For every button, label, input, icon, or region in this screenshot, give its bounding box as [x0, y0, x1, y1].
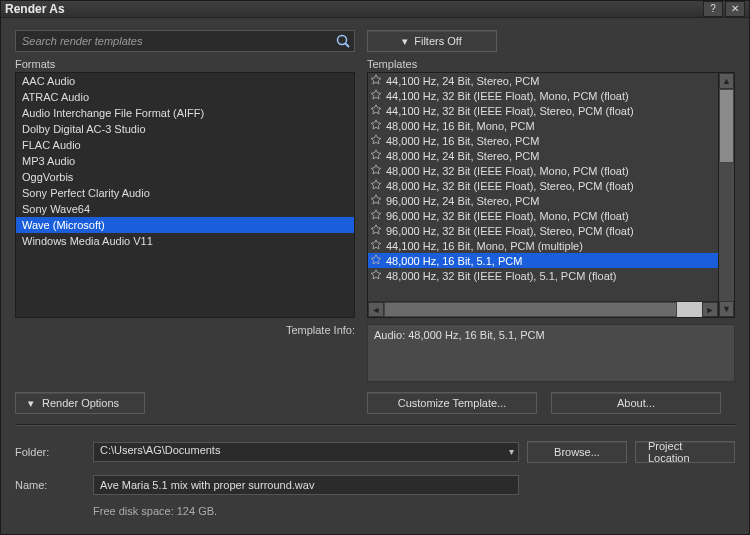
template-item-label: 96,000 Hz, 32 Bit (IEEE Float), Mono, PC…: [386, 210, 629, 222]
format-item[interactable]: FLAC Audio: [16, 137, 354, 153]
favorite-star-icon[interactable]: [370, 209, 382, 223]
render-as-dialog: Render As ? ✕ ▾ Filters Off Formats AAC …: [0, 0, 750, 535]
svg-point-0: [338, 36, 347, 45]
format-item[interactable]: Sony Perfect Clarity Audio: [16, 185, 354, 201]
name-input[interactable]: [93, 475, 519, 495]
template-item-label: 44,100 Hz, 24 Bit, Stereo, PCM: [386, 75, 539, 87]
folder-combo[interactable]: C:\Users\AG\Documents ▾: [93, 442, 519, 462]
chevron-down-icon: ▾: [509, 446, 514, 457]
favorite-star-icon[interactable]: [370, 179, 382, 193]
window-title: Render As: [5, 2, 65, 16]
project-location-button[interactable]: Project Location: [635, 441, 735, 463]
search-icon[interactable]: [335, 33, 351, 49]
favorite-star-icon[interactable]: [370, 239, 382, 253]
favorite-star-icon[interactable]: [370, 89, 382, 103]
svg-line-1: [346, 44, 350, 48]
formats-label: Formats: [15, 58, 355, 70]
template-item[interactable]: 48,000 Hz, 24 Bit, Stereo, PCM: [368, 148, 718, 163]
template-item-label: 48,000 Hz, 32 Bit (IEEE Float), Stereo, …: [386, 180, 634, 192]
favorite-star-icon[interactable]: [370, 134, 382, 148]
template-item-label: 44,100 Hz, 32 Bit (IEEE Float), Mono, PC…: [386, 90, 629, 102]
template-item-label: 48,000 Hz, 16 Bit, 5.1, PCM: [386, 255, 522, 267]
vertical-scrollbar[interactable]: ▲ ▼: [719, 72, 735, 318]
customize-template-button[interactable]: Customize Template...: [367, 392, 537, 414]
template-item-label: 96,000 Hz, 24 Bit, Stereo, PCM: [386, 195, 539, 207]
filters-label: Filters Off: [414, 35, 461, 47]
template-item-label: 44,100 Hz, 16 Bit, Mono, PCM (multiple): [386, 240, 583, 252]
template-item[interactable]: 48,000 Hz, 32 Bit (IEEE Float), Mono, PC…: [368, 163, 718, 178]
folder-label: Folder:: [15, 446, 85, 458]
help-button[interactable]: ?: [703, 1, 723, 17]
template-item[interactable]: 48,000 Hz, 16 Bit, 5.1, PCM: [368, 253, 718, 268]
favorite-star-icon[interactable]: [370, 269, 382, 283]
template-item[interactable]: 44,100 Hz, 32 Bit (IEEE Float), Stereo, …: [368, 103, 718, 118]
about-button[interactable]: About...: [551, 392, 721, 414]
chevron-down-icon: ▾: [28, 397, 34, 410]
template-item-label: 96,000 Hz, 32 Bit (IEEE Float), Stereo, …: [386, 225, 634, 237]
template-item-label: 48,000 Hz, 32 Bit (IEEE Float), 5.1, PCM…: [386, 270, 616, 282]
favorite-star-icon[interactable]: [370, 119, 382, 133]
format-item[interactable]: AAC Audio: [16, 73, 354, 89]
render-options-label: Render Options: [42, 397, 119, 409]
favorite-star-icon[interactable]: [370, 74, 382, 88]
scroll-down-icon[interactable]: ▼: [719, 301, 734, 317]
format-item[interactable]: OggVorbis: [16, 169, 354, 185]
template-item-label: 44,100 Hz, 32 Bit (IEEE Float), Stereo, …: [386, 105, 634, 117]
formats-list[interactable]: AAC AudioATRAC AudioAudio Interchange Fi…: [15, 72, 355, 318]
render-options-button[interactable]: ▾ Render Options: [15, 392, 145, 414]
template-item[interactable]: 48,000 Hz, 16 Bit, Mono, PCM: [368, 118, 718, 133]
format-item[interactable]: Sony Wave64: [16, 201, 354, 217]
format-item[interactable]: Dolby Digital AC-3 Studio: [16, 121, 354, 137]
chevron-down-icon: ▾: [402, 35, 408, 48]
name-label: Name:: [15, 479, 85, 491]
template-item-label: 48,000 Hz, 16 Bit, Mono, PCM: [386, 120, 535, 132]
template-item-label: 48,000 Hz, 24 Bit, Stereo, PCM: [386, 150, 539, 162]
templates-label: Templates: [367, 58, 735, 70]
template-item[interactable]: 44,100 Hz, 24 Bit, Stereo, PCM: [368, 73, 718, 88]
search-input[interactable]: [15, 30, 355, 52]
favorite-star-icon[interactable]: [370, 254, 382, 268]
divider: [15, 424, 735, 425]
format-item[interactable]: Windows Media Audio V11: [16, 233, 354, 249]
favorite-star-icon[interactable]: [370, 104, 382, 118]
template-item[interactable]: 96,000 Hz, 24 Bit, Stereo, PCM: [368, 193, 718, 208]
template-item-label: 48,000 Hz, 16 Bit, Stereo, PCM: [386, 135, 539, 147]
template-info-text: Audio: 48,000 Hz, 16 Bit, 5.1, PCM: [374, 329, 545, 341]
folder-value: C:\Users\AG\Documents: [100, 444, 220, 456]
template-info-label: Template Info:: [15, 324, 355, 382]
format-item[interactable]: Wave (Microsoft): [16, 217, 354, 233]
template-item-label: 48,000 Hz, 32 Bit (IEEE Float), Mono, PC…: [386, 165, 629, 177]
template-item[interactable]: 96,000 Hz, 32 Bit (IEEE Float), Mono, PC…: [368, 208, 718, 223]
template-item[interactable]: 44,100 Hz, 16 Bit, Mono, PCM (multiple): [368, 238, 718, 253]
format-item[interactable]: ATRAC Audio: [16, 89, 354, 105]
favorite-star-icon[interactable]: [370, 164, 382, 178]
favorite-star-icon[interactable]: [370, 149, 382, 163]
template-item[interactable]: 96,000 Hz, 32 Bit (IEEE Float), Stereo, …: [368, 223, 718, 238]
scroll-left-icon[interactable]: ◄: [368, 302, 384, 317]
templates-list[interactable]: 44,100 Hz, 24 Bit, Stereo, PCM44,100 Hz,…: [367, 72, 719, 318]
template-item[interactable]: 44,100 Hz, 32 Bit (IEEE Float), Mono, PC…: [368, 88, 718, 103]
template-info-box: Audio: 48,000 Hz, 16 Bit, 5.1, PCM: [367, 324, 735, 382]
scroll-right-icon[interactable]: ►: [702, 302, 718, 317]
favorite-star-icon[interactable]: [370, 194, 382, 208]
free-space-text: Free disk space: 124 GB.: [93, 505, 735, 517]
format-item[interactable]: Audio Interchange File Format (AIFF): [16, 105, 354, 121]
scroll-up-icon[interactable]: ▲: [719, 73, 734, 89]
template-item[interactable]: 48,000 Hz, 16 Bit, Stereo, PCM: [368, 133, 718, 148]
template-item[interactable]: 48,000 Hz, 32 Bit (IEEE Float), Stereo, …: [368, 178, 718, 193]
browse-button[interactable]: Browse...: [527, 441, 627, 463]
close-button[interactable]: ✕: [725, 1, 745, 17]
template-item[interactable]: 48,000 Hz, 32 Bit (IEEE Float), 5.1, PCM…: [368, 268, 718, 283]
format-item[interactable]: MP3 Audio: [16, 153, 354, 169]
favorite-star-icon[interactable]: [370, 224, 382, 238]
horizontal-scrollbar[interactable]: ◄ ►: [368, 301, 718, 317]
title-bar: Render As ? ✕: [1, 1, 749, 18]
filters-button[interactable]: ▾ Filters Off: [367, 30, 497, 52]
